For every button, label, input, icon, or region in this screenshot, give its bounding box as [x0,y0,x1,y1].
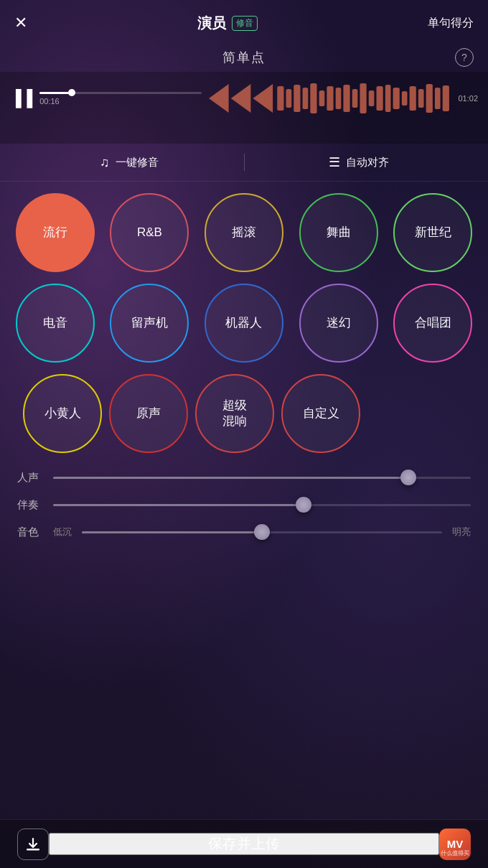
time-current: 00:16 [39,97,60,106]
svg-rect-7 [310,83,316,113]
song-title: 简单点 [222,49,266,66]
svg-rect-18 [401,91,407,106]
header-title-group: 演员 修音 [197,14,258,33]
slider-track [82,531,442,533]
music-note-icon: ♫ [100,155,110,170]
style-label: 新世纪 [415,225,451,241]
style-wuqu[interactable]: 舞曲 [299,193,378,272]
style-yuansheng[interactable]: 原声 [109,374,188,453]
style-row-1: 流行 R&B 摇滚 舞曲 新世纪 [11,193,477,272]
slider-rensheng-label: 人声 [17,471,43,485]
svg-rect-16 [385,85,390,112]
svg-rect-21 [426,84,432,113]
save-upload-button[interactable]: 保存并上传 [49,833,439,855]
svg-rect-24 [27,849,39,851]
slider-yinse-track[interactable] [82,525,442,539]
slider-banzou: 伴奏 [17,498,471,512]
svg-marker-0 [209,84,229,113]
mv-label: MV [447,838,464,850]
svg-rect-20 [418,89,423,108]
styles-grid: 流行 R&B 摇滚 舞曲 新世纪 电音 留声机 机器人 [0,182,488,459]
svg-rect-6 [302,88,308,109]
style-liushenji[interactable]: 留声机 [110,284,189,363]
style-rnb[interactable]: R&B [110,193,189,272]
bottom-bar: 保存并上传 MV 什么值得买 [0,819,488,868]
svg-rect-4 [286,89,291,108]
close-button[interactable]: ✕ [14,15,27,31]
svg-marker-1 [230,84,250,113]
watermark-label: 什么值得买 [439,849,471,857]
style-xiaohuangren[interactable]: 小黄人 [23,374,102,453]
svg-rect-23 [442,85,449,111]
style-label: 舞曲 [327,225,351,241]
style-zidingyi[interactable]: 自定义 [281,374,360,453]
pause-icon: ▐▐ [10,89,32,108]
style-label: 超级 混响 [222,398,247,429]
align-button[interactable]: ☰ 自动对齐 [245,154,474,170]
toolbar: ♫ 一键修音 ☰ 自动对齐 [0,144,488,182]
slider-track [53,504,471,506]
slider-yinse-label: 音色 [17,526,43,539]
download-button[interactable] [17,829,49,860]
waveform-svg [209,80,451,116]
style-mihuan[interactable]: 迷幻 [299,284,378,363]
svg-rect-12 [352,89,357,108]
svg-rect-11 [343,85,349,112]
progress-bar[interactable]: 00:16 [39,80,201,116]
tune-label: 一键修音 [116,156,159,169]
svg-marker-2 [253,84,273,113]
slider-thumb [296,497,311,513]
slider-banzou-track[interactable] [53,498,471,512]
playback-controls: ▐▐ 00:16 [0,80,488,116]
style-label: 合唱团 [415,315,451,331]
style-liuxing[interactable]: 流行 [16,193,95,272]
slider-yinse-right: 明亮 [452,526,471,538]
slider-rensheng: 人声 [17,470,471,485]
sliders-section: 人声 伴奏 音色 低沉 [0,459,488,551]
header: ✕ 演员 修音 单句得分 [0,0,488,43]
slider-yinse-left: 低沉 [53,526,72,538]
style-jiqiren[interactable]: 机器人 [205,284,283,363]
progress-thumb [68,89,75,96]
style-row-3: 小黄人 原声 超级 混响 自定义 [11,374,477,453]
style-label: 自定义 [303,406,339,421]
style-label: 机器人 [225,315,262,331]
svg-rect-22 [434,88,440,109]
style-yaoguo[interactable]: 摇滚 [205,193,283,272]
help-button[interactable]: ? [455,48,474,67]
slider-thumb [400,470,416,485]
progress-fill [39,92,72,94]
style-label: 摇滚 [232,225,256,241]
style-label: 小黄人 [44,406,81,421]
style-diyin[interactable]: 电音 [16,284,95,363]
svg-rect-14 [368,90,374,106]
svg-rect-5 [294,85,300,112]
style-hechang[interactable]: 合唱团 [393,284,472,363]
slider-thumb [254,524,270,540]
progress-track [39,92,201,94]
mv-button[interactable]: MV 什么值得买 [439,829,471,860]
pause-button[interactable]: ▐▐ [10,89,32,108]
time-total: 01:02 [458,94,478,103]
style-chaoji[interactable]: 超级 混响 [195,374,274,453]
svg-rect-8 [319,90,324,106]
style-label: 电音 [43,315,67,331]
svg-rect-9 [327,86,333,111]
style-label: 原声 [136,406,161,421]
download-icon [25,836,41,852]
slider-fill [82,531,262,533]
slider-fill [53,477,408,479]
style-xinshiji[interactable]: 新世纪 [393,193,472,272]
style-label: R&B [137,225,162,241]
align-icon: ☰ [329,154,340,170]
score-button[interactable]: 单句得分 [428,16,474,31]
song-bar: 简单点 ? [0,43,488,72]
style-label: 流行 [43,225,67,241]
slider-track [53,477,471,479]
svg-rect-19 [409,86,416,111]
style-row-2: 电音 留声机 机器人 迷幻 合唱团 [11,284,477,363]
waveform-section: ▐▐ 00:16 [0,72,488,144]
slider-rensheng-track[interactable] [53,470,471,485]
tuning-badge: 修音 [232,16,258,31]
tune-button[interactable]: ♫ 一键修音 [14,155,244,170]
